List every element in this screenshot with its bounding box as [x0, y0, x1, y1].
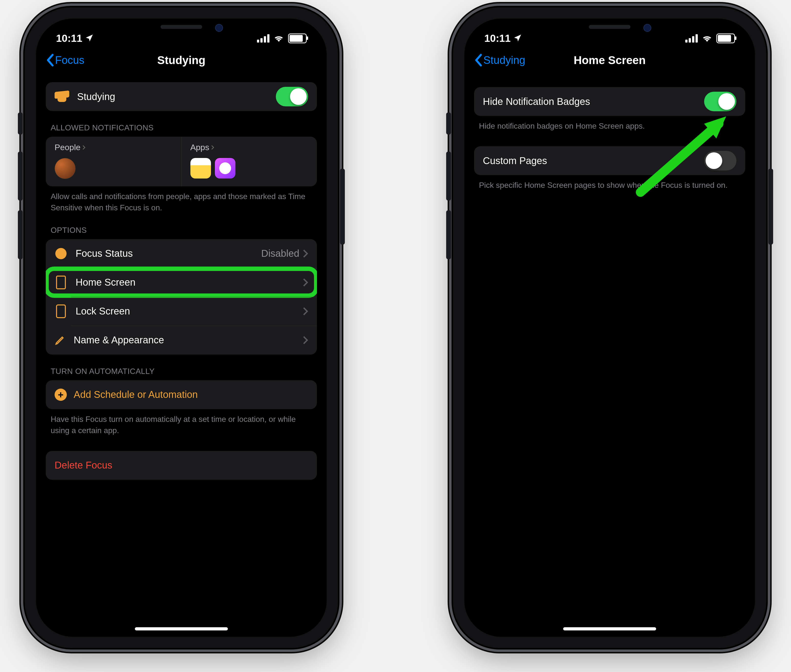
notes-app-icon	[190, 158, 211, 179]
custom-pages-toggle[interactable]	[704, 151, 736, 170]
wifi-icon	[702, 32, 712, 44]
chevron-right-icon	[303, 249, 308, 258]
focus-enabled-toggle[interactable]	[276, 87, 308, 106]
nav-bar: Focus Studying	[36, 45, 327, 75]
allowed-notifications-group: People Apps	[46, 137, 317, 186]
phone-right: 10:11 Studying Home	[453, 7, 766, 648]
hide-badges-row: Hide Notification Badges	[474, 87, 745, 116]
notch	[115, 19, 247, 38]
section-header-allowed: ALLOWED NOTIFICATIONS	[46, 111, 317, 137]
name-appearance-label: Name & Appearance	[74, 334, 164, 346]
back-button[interactable]: Focus	[46, 54, 84, 67]
focus-status-icon	[55, 248, 67, 259]
chevron-right-icon	[82, 142, 85, 152]
battery-icon	[288, 34, 306, 43]
nav-bar: Studying Home Screen	[464, 45, 755, 75]
focus-name-label: Studying	[77, 91, 115, 102]
chevron-right-icon	[303, 307, 308, 316]
home-screen-row[interactable]: Home Screen	[46, 268, 317, 297]
contact-avatar	[55, 158, 75, 179]
allowed-people-label: People	[55, 142, 80, 152]
graduation-cap-icon	[55, 91, 69, 102]
cellular-icon	[685, 34, 698, 43]
section-footer-allowed: Allow calls and notifications from peopl…	[46, 186, 317, 213]
add-schedule-button[interactable]: + Add Schedule or Automation	[46, 380, 317, 409]
hide-badges-label: Hide Notification Badges	[483, 96, 590, 107]
back-button[interactable]: Studying	[474, 54, 525, 67]
back-label: Studying	[483, 54, 525, 66]
status-time: 10:11	[56, 32, 82, 44]
home-screen-label: Home Screen	[75, 277, 136, 288]
lock-screen-row[interactable]: Lock Screen	[46, 297, 317, 326]
allowed-apps-label: Apps	[190, 142, 210, 152]
delete-focus-label: Delete Focus	[55, 460, 112, 471]
podcasts-app-icon	[215, 158, 236, 179]
pencil-icon	[55, 335, 65, 346]
chevron-right-icon	[303, 278, 308, 287]
focus-status-value: Disabled	[261, 248, 299, 259]
section-footer-auto: Have this Focus turn on automatically at…	[46, 409, 317, 436]
section-footer-custom-pages: Pick specific Home Screen pages to show …	[474, 175, 745, 191]
custom-pages-label: Custom Pages	[483, 155, 547, 166]
section-footer-hide-badges: Hide notification badges on Home Screen …	[474, 116, 745, 131]
notch	[544, 19, 676, 38]
lock-screen-icon	[55, 304, 67, 318]
section-header-auto: TURN ON AUTOMATICALLY	[46, 355, 317, 380]
phone-left: 10:11 Focus Studyin	[25, 7, 338, 648]
cellular-icon	[257, 34, 270, 43]
custom-pages-row: Custom Pages	[474, 146, 745, 175]
focus-status-label: Focus Status	[75, 248, 133, 259]
battery-icon	[716, 34, 735, 43]
home-screen-icon	[55, 275, 67, 289]
location-icon	[85, 32, 93, 44]
back-label: Focus	[55, 54, 84, 66]
wifi-icon	[273, 32, 284, 44]
plus-icon: +	[55, 389, 67, 401]
focus-toggle-row: Studying	[46, 82, 317, 111]
allowed-apps-button[interactable]: Apps	[181, 137, 317, 186]
location-icon	[513, 32, 522, 44]
allowed-people-button[interactable]: People	[46, 137, 181, 186]
page-title: Studying	[157, 54, 205, 67]
status-time: 10:11	[485, 32, 510, 44]
home-indicator[interactable]	[135, 627, 228, 630]
chevron-right-icon	[211, 142, 214, 152]
lock-screen-label: Lock Screen	[75, 306, 130, 317]
name-appearance-row[interactable]: Name & Appearance	[46, 326, 317, 355]
home-indicator[interactable]	[563, 627, 656, 630]
chevron-right-icon	[303, 336, 308, 344]
page-title: Home Screen	[574, 54, 646, 67]
focus-status-row[interactable]: Focus Status Disabled	[46, 239, 317, 268]
delete-focus-button[interactable]: Delete Focus	[46, 451, 317, 480]
add-schedule-label: Add Schedule or Automation	[74, 389, 198, 400]
section-header-options: OPTIONS	[46, 213, 317, 239]
hide-badges-toggle[interactable]	[704, 92, 736, 111]
